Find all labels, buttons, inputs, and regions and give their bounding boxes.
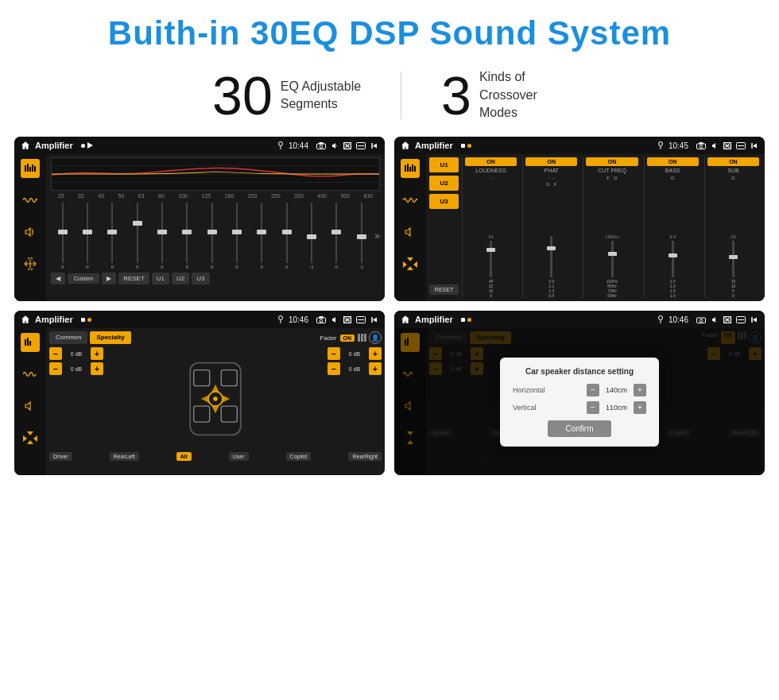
x-icon-3 <box>343 316 351 323</box>
vol-icon-2[interactable] <box>401 222 420 242</box>
status-indicators-2 <box>461 144 471 148</box>
rearleft-label-3[interactable]: RearLeft <box>110 452 139 461</box>
eq-slider-2[interactable]: 0 <box>76 203 99 269</box>
eq-slider-10[interactable]: 0 <box>275 203 298 269</box>
vol-row-2: − 0 dB + <box>49 362 172 375</box>
arrows-icon-3[interactable] <box>21 428 40 447</box>
u3-preset[interactable]: U3 <box>429 194 459 209</box>
wave-icon-3[interactable] <box>21 365 40 384</box>
all-label-3[interactable]: All <box>176 452 192 461</box>
fader-label: Fader <box>320 335 337 342</box>
eq-slider-3[interactable]: 0 <box>101 203 124 269</box>
camera-icon-1 <box>316 142 326 149</box>
app-name-4: Amplifier <box>415 315 453 324</box>
horizontal-control: − 140cm + <box>587 384 646 396</box>
status-bar-2: Amplifier 10:45 <box>394 137 765 154</box>
arrows-icon[interactable] <box>21 254 40 273</box>
eq-slider-8[interactable]: 0 <box>225 203 248 269</box>
u1-preset[interactable]: U1 <box>429 157 459 172</box>
u1-btn-1[interactable]: U1 <box>152 273 169 284</box>
svg-rect-13 <box>34 166 36 172</box>
arrows-icon-2[interactable] <box>401 254 420 273</box>
plus-btn-4[interactable]: + <box>369 362 382 375</box>
svg-rect-46 <box>194 406 210 422</box>
more-icon[interactable]: » <box>374 230 380 242</box>
status-time-4: 10:46 <box>669 315 688 324</box>
vertical-plus[interactable]: + <box>634 401 646 414</box>
vol-icon-3[interactable] <box>21 396 40 416</box>
wave-icon[interactable] <box>21 191 40 210</box>
reset-btn-2[interactable]: RESET <box>429 284 459 295</box>
eq-slider-13[interactable]: -1 <box>350 203 373 269</box>
tab-common-3[interactable]: Common <box>49 331 87 344</box>
eq-slider-7[interactable]: 0 <box>200 203 223 269</box>
camera-icon-3 <box>316 316 326 323</box>
svg-marker-52 <box>201 395 208 402</box>
minus-btn-4[interactable]: − <box>327 362 340 375</box>
vol-row-3: − 0 dB + <box>327 347 382 360</box>
wave-icon-2[interactable] <box>401 191 420 210</box>
eq-bottom-controls: ◀ Custom ▶ RESET U1 U2 U3 <box>51 271 380 286</box>
confirm-button[interactable]: Confirm <box>548 420 611 437</box>
loudness-slider[interactable]: 64 48 32 16 0 <box>489 234 494 298</box>
x-icon-4 <box>723 316 731 323</box>
svg-point-17 <box>658 142 662 146</box>
minimize-icon-4 <box>736 316 746 323</box>
minimize-icon-1 <box>356 142 366 149</box>
status-bar-1: Amplifier 10:44 <box>14 137 385 154</box>
rearright-label-3[interactable]: RearRight <box>348 452 382 461</box>
copilot-label-3[interactable]: Copilot <box>286 452 312 461</box>
camera-icon-4 <box>696 316 706 323</box>
user-label-3[interactable]: User <box>229 452 249 461</box>
reset-btn-1[interactable]: RESET <box>118 273 149 284</box>
horizontal-minus[interactable]: − <box>587 384 599 396</box>
eq-slider-1[interactable]: 0 <box>51 203 74 269</box>
plus-btn-3[interactable]: + <box>369 347 382 360</box>
svg-rect-41 <box>27 338 29 346</box>
tab-specialty-3[interactable]: Specialty <box>90 331 130 344</box>
eq-icon[interactable] <box>21 159 40 178</box>
sq-dot-4 <box>461 318 465 322</box>
play-icon <box>87 142 94 149</box>
speaker-icon-3 <box>331 316 339 323</box>
phat-slider-g[interactable]: 3.0 2.1 1.3 0.5 <box>548 234 554 298</box>
eq-slider-5[interactable]: 0 <box>150 203 173 269</box>
eq-number: 30 <box>212 68 273 122</box>
play-btn[interactable]: ▶ <box>102 273 116 284</box>
plus-btn-1[interactable]: + <box>91 347 103 360</box>
sub-slider[interactable]: 20 15 10 5 0 <box>731 234 736 298</box>
plus-btn-2[interactable]: + <box>91 362 103 375</box>
u3-btn-1[interactable]: U3 <box>192 273 209 284</box>
prev-btn[interactable]: ◀ <box>51 273 65 284</box>
back-icon-4 <box>750 316 758 323</box>
fader-content: − 0 dB + − 0 dB + <box>49 347 382 451</box>
eq-slider-11[interactable]: -1 <box>300 203 323 269</box>
status-indicators-4 <box>461 318 471 322</box>
u2-btn-1[interactable]: U2 <box>172 273 189 284</box>
eq-slider-12[interactable]: 0 <box>325 203 348 269</box>
minus-btn-2[interactable]: − <box>49 362 62 375</box>
eq-slider-4[interactable]: 5 <box>126 203 149 269</box>
eq-main: 25 32 40 50 63 80 100 125 160 200 250 32… <box>46 154 385 301</box>
driver-label-3[interactable]: Driver <box>49 452 72 461</box>
vertical-minus[interactable]: − <box>587 401 599 414</box>
horizontal-plus[interactable]: + <box>634 384 646 396</box>
speaker-icon-1 <box>331 142 339 149</box>
eq-slider-6[interactable]: 0 <box>176 203 199 269</box>
vol-icon[interactable] <box>21 222 40 242</box>
svg-point-19 <box>700 145 703 148</box>
col-cutfreq: ON CUT FREQ F G 160Hz 100Hz 80Hz 70Hz <box>583 157 640 298</box>
vol-value-1: 0 dB <box>65 351 87 357</box>
bass-slider[interactable]: 3.0 2.5 2.0 1.5 1.0 <box>669 234 676 298</box>
distance-dialog: Car speaker distance setting Horizontal … <box>500 358 659 447</box>
eq-icon-2[interactable] <box>401 159 420 178</box>
minus-btn-3[interactable]: − <box>327 347 340 360</box>
orange-dot-3 <box>87 318 91 322</box>
cutfreq-slider[interactable]: 160Hz 100Hz 80Hz 70Hz 60Hz <box>605 234 618 298</box>
eq-icon-3[interactable] <box>21 333 40 352</box>
vol-row-4: − 0 dB + <box>327 362 382 375</box>
person-icon-3[interactable]: 👤 <box>369 331 382 344</box>
eq-slider-9[interactable]: 0 <box>250 203 273 269</box>
minus-btn-1[interactable]: − <box>49 347 62 360</box>
u2-preset[interactable]: U2 <box>429 176 459 191</box>
